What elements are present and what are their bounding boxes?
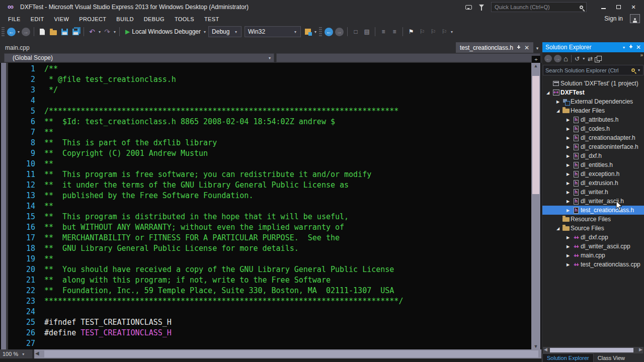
tab-test-creationclass-h[interactable]: test_creationclass.h ✕ [456, 42, 533, 53]
se-scroll-left-icon[interactable]: ◀ [544, 347, 547, 352]
filter-dropdown-icon[interactable]: ▾ [583, 56, 585, 61]
code-line-4[interactable]: 4 [0, 96, 523, 106]
collapsed-expander-icon[interactable]: ▶ [554, 100, 561, 104]
save-button[interactable] [60, 28, 69, 36]
horizontal-scrollbar-thumb[interactable] [44, 350, 538, 357]
tree-item-main-cpp[interactable]: ▶++main.cpp [542, 251, 644, 260]
next-bookmark-icon[interactable]: ⚐ [429, 28, 438, 36]
solution-platform-select[interactable]: Win32 ▾ [245, 26, 301, 37]
collapse-all-icon[interactable] [595, 56, 601, 62]
tree-item-dl-codes-h[interactable]: ▶hdl_codes.h [542, 124, 644, 133]
close-button[interactable]: ✕ [627, 2, 640, 12]
window-position-dropdown-icon[interactable]: ▾ [623, 45, 625, 50]
collapsed-expander-icon[interactable]: ▶ [565, 235, 572, 240]
code-line-6[interactable]: 6** $Id: test_creationclass.h 8865 2008-… [0, 117, 523, 127]
pending-changes-filter-icon[interactable]: ↺ [575, 55, 580, 62]
undo-button[interactable]: ↶ [88, 28, 97, 36]
bottom-tab-solution-explorer[interactable]: Solution Explorer [542, 353, 594, 362]
tree-item-dl-dxf-cpp[interactable]: ▶++dl_dxf.cpp [542, 233, 644, 242]
menu-debug[interactable]: DEBUG [139, 15, 170, 23]
code-line-17[interactable]: 17** MERCHANTABILITY or FITNESS FOR A PA… [0, 233, 523, 243]
code-line-9[interactable]: 9** Copyright (C) 2001 Andrew Mustun [0, 148, 523, 159]
collapsed-expander-icon[interactable]: ▶ [565, 190, 572, 195]
solution-explorer-header[interactable]: Solution Explorer ▾ ✕ [542, 42, 644, 52]
code-line-27[interactable]: 27 [0, 338, 523, 349]
tree-item-dxftest[interactable]: ◢++DXFTest [542, 88, 644, 97]
collapsed-expander-icon[interactable]: ▶ [565, 208, 572, 213]
collapsed-expander-icon[interactable]: ▶ [565, 154, 572, 158]
menu-file[interactable]: FILE [3, 15, 26, 23]
code-line-12[interactable]: 12** it under the terms of the GNU Libra… [0, 180, 523, 191]
collapsed-expander-icon[interactable]: ▶ [565, 172, 572, 176]
solution-explorer-search-input[interactable]: Search Solution Explorer (Ctrl ▾ [543, 65, 643, 75]
sync-with-active-document-icon[interactable]: ⇄ [588, 55, 593, 62]
code-line-18[interactable]: 18** GNU Library General Public License … [0, 243, 523, 254]
editor-zoom-select[interactable]: 100 % ▾ [0, 349, 32, 358]
code-line-8[interactable]: 8** This is part of the dxflib library [0, 138, 523, 148]
toolbar-grip[interactable] [2, 27, 5, 36]
se-forward-button[interactable]: → [554, 55, 561, 62]
scroll-down-icon[interactable]: ▼ [531, 344, 540, 349]
se-horizontal-scrollbar[interactable]: ◀ ▶ [543, 347, 643, 353]
collapsed-expander-icon[interactable]: ▶ [565, 163, 572, 167]
collapsed-expander-icon[interactable]: ▶ [565, 199, 572, 204]
menu-build[interactable]: BUILD [111, 15, 138, 23]
code-line-16[interactable]: 16** but WITHOUT ANY WARRANTY; without e… [0, 222, 523, 233]
code-line-1[interactable]: 1/** [0, 64, 523, 74]
debugger-dropdown-icon[interactable]: ▾ [204, 30, 206, 34]
menu-project[interactable]: PROJECT [74, 15, 111, 23]
toggle-bookmark-icon[interactable]: ⚑ [407, 28, 416, 36]
tree-item-dl-attributes-h[interactable]: ▶hdl_attributes.h [542, 115, 644, 124]
redo-button[interactable]: ↷ [103, 28, 112, 36]
tree-item-header-files[interactable]: ◢Header Files [542, 106, 644, 115]
code-line-10[interactable]: 10** [0, 159, 523, 169]
code-line-11[interactable]: 11** This program is free software; you … [0, 169, 523, 180]
tree-item-external-dependencies[interactable]: ▶External Dependencies [542, 97, 644, 106]
code-line-14[interactable]: 14** [0, 201, 523, 212]
expanded-expander-icon[interactable]: ◢ [554, 226, 561, 231]
close-panel-icon[interactable]: ✕ [636, 44, 641, 51]
redo-dropdown-icon[interactable]: ▾ [114, 30, 116, 34]
tree-item-dl-exception-h[interactable]: ▶hdl_exception.h [542, 169, 644, 178]
code-line-24[interactable]: 24 [0, 307, 523, 317]
horizontal-scrollbar[interactable]: ◀ [34, 349, 541, 358]
navigate-back-dropdown-icon[interactable]: ▾ [18, 30, 20, 34]
collapsed-expander-icon[interactable]: ▶ [565, 118, 572, 122]
home-icon[interactable]: ⌂ [564, 54, 568, 63]
bottom-tab-class-view[interactable]: Class View [594, 353, 629, 362]
tree-item-dl-creationadapter-h[interactable]: ▶hdl_creationadapter.h [542, 133, 644, 142]
menu-tools[interactable]: TOOLS [170, 15, 199, 23]
code-line-21[interactable]: 21** along with this program; if not, wr… [0, 275, 523, 286]
collapsed-expander-icon[interactable]: ▶ [565, 253, 572, 258]
minimize-button[interactable] [597, 2, 610, 12]
avatar[interactable] [630, 14, 640, 23]
tree-item-test-creationclass-cpp[interactable]: ▶++test_creationclass.cpp [542, 260, 644, 269]
sign-in-link[interactable]: Sign in [604, 15, 623, 22]
code-line-20[interactable]: 20** You should have received a copy of … [0, 264, 523, 275]
member-combo[interactable]: ▾ [276, 53, 540, 62]
code-line-15[interactable]: 15** This program is distributed in the … [0, 212, 523, 222]
toolbar-overflow-icon-2[interactable]: ▾ [451, 30, 453, 34]
code-line-2[interactable]: 2 * @file test_creationclass.h [0, 74, 523, 85]
code-line-23[interactable]: 23**************************************… [0, 296, 523, 307]
code-line-3[interactable]: 3 */ [0, 85, 523, 96]
display-in-designer-icon[interactable]: □ [351, 28, 360, 36]
text-navigate-forward-button[interactable]: → [335, 28, 344, 36]
increase-indent-icon[interactable]: ≡ [390, 28, 399, 36]
tree-item-dl-writer-ascii-h[interactable]: ▶hdl_writer_ascii.h [542, 197, 644, 206]
clear-bookmarks-icon[interactable]: ⚐ [440, 28, 449, 36]
tree-item-dl-creationinterface-h[interactable]: ▶hdl_creationinterface.h [542, 142, 644, 151]
attach-to-process-button[interactable] [303, 28, 312, 36]
code-line-19[interactable]: 19** [0, 254, 523, 264]
display-code-icon[interactable]: ▤ [362, 28, 371, 36]
tree-item-dl-writer-ascii-cpp[interactable]: ▶++dl_writer_ascii.cpp [542, 242, 644, 251]
close-tab-icon[interactable]: ✕ [524, 44, 529, 51]
new-file-button[interactable] [38, 28, 47, 36]
code-line-5[interactable]: 5/**************************************… [0, 106, 523, 117]
vertical-scrollbar-thumb[interactable] [532, 76, 539, 194]
tree-item-solution-dxftest-1-project-[interactable]: Solution 'DXFTest' (1 project) [542, 79, 644, 88]
navigate-forward-button[interactable]: → [22, 28, 30, 36]
tree-item-source-files[interactable]: ◢Source Files [542, 224, 644, 233]
navigate-back-button[interactable]: ← [7, 28, 16, 36]
code-line-7[interactable]: 7** [0, 127, 523, 138]
